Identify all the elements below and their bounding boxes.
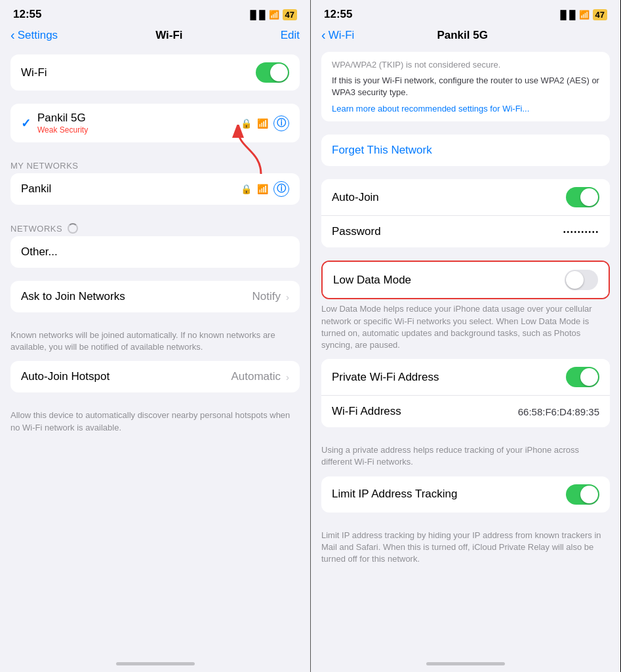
- networks-label-row: NETWORKS: [0, 218, 310, 236]
- low-data-mode-toggle-thumb: [566, 271, 584, 289]
- pankil-lock-icon: 🔒: [241, 184, 252, 194]
- networks-other-group: Other...: [10, 236, 300, 268]
- wifi-address-value: 66:58:F6:D4:89:35: [518, 406, 599, 417]
- auto-join-hotspot-group: Auto-Join Hotspot Automatic ›: [10, 361, 300, 392]
- pankil-row: Pankil 🔒 📶 ⓘ: [10, 173, 300, 205]
- low-data-mode-toggle[interactable]: [565, 270, 598, 290]
- learn-more-link[interactable]: Learn more about recommended settings fo…: [332, 104, 599, 114]
- auto-join-toggle[interactable]: [566, 187, 599, 207]
- warning-content: WPA/WPA2 (TKIP) is not considered secure…: [321, 52, 610, 121]
- left-content: Wi-Fi ✓ Pankil 5G Weak Security 🔒 📶: [0, 49, 310, 657]
- ask-join-right: Notify ›: [252, 290, 289, 303]
- networks-label: NETWORKS: [10, 224, 62, 234]
- pankil5g-lock-icon: 🔒: [241, 118, 252, 129]
- other-label: Other...: [21, 245, 58, 259]
- warning-body: If this is your Wi-Fi network, configure…: [332, 75, 599, 98]
- other-row: Other...: [10, 236, 300, 268]
- right-back-chevron: ‹: [321, 28, 326, 43]
- private-wifi-toggle-thumb: [580, 368, 598, 386]
- low-data-mode-desc: Low Data Mode helps reduce your iPhone d…: [311, 299, 620, 359]
- left-back-chevron: ‹: [10, 28, 15, 43]
- right-battery-badge: 47: [593, 9, 607, 20]
- left-panel: 12:55 ▐▌█ 📶 47 ‹ Settings Wi-Fi Edit Wi-…: [0, 0, 310, 672]
- left-back-button[interactable]: ‹ Settings: [10, 28, 58, 43]
- limit-ip-toggle-thumb: [580, 486, 598, 503]
- my-networks-label: MY NETWORKS: [0, 156, 310, 173]
- pankil-info-button[interactable]: ⓘ: [273, 181, 289, 197]
- low-data-mode-highlight: Low Data Mode: [321, 261, 610, 299]
- wifi-label: Wi-Fi: [21, 66, 47, 79]
- left-back-label: Settings: [18, 29, 58, 42]
- wifi-toggle-thumb: [270, 64, 288, 81]
- pankil-name: Pankil: [21, 182, 51, 196]
- right-status-icons: ▐▌█ 📶 47: [557, 9, 607, 20]
- wifi-toggle-group: Wi-Fi: [10, 54, 300, 91]
- right-panel: 12:55 ▐▌█ 📶 47 ‹ Wi-Fi Pankil 5G WPA/WPA…: [310, 0, 620, 672]
- ask-join-row[interactable]: Ask to Join Networks Notify ›: [10, 281, 300, 312]
- auto-join-hotspot-right: Automatic ›: [231, 370, 289, 383]
- battery-badge: 47: [283, 9, 297, 20]
- pankil-right: 🔒 📶 ⓘ: [241, 181, 289, 197]
- limit-ip-group: Limit IP Address Tracking: [321, 476, 610, 513]
- connected-network-group: ✓ Pankil 5G Weak Security 🔒 📶 ⓘ: [10, 104, 300, 142]
- wifi-address-group: Private Wi-Fi Address Wi-Fi Address 66:5…: [321, 359, 610, 427]
- low-data-mode-row: Low Data Mode: [323, 262, 609, 298]
- limit-ip-desc: Limit IP address tracking by hiding your…: [311, 526, 620, 574]
- right-home-indicator: [426, 662, 505, 665]
- limit-ip-toggle[interactable]: [566, 484, 599, 505]
- right-back-label: Wi-Fi: [329, 29, 355, 42]
- right-status-bar: 12:55 ▐▌█ 📶 47: [311, 0, 620, 24]
- pankil5g-name: Pankil 5G: [37, 112, 88, 125]
- right-wifi-status-icon: 📶: [579, 10, 590, 20]
- right-nav-title: Pankil 5G: [437, 29, 487, 42]
- ask-join-group: Ask to Join Networks Notify ›: [10, 281, 300, 312]
- signal-icon: ▐▌█: [247, 10, 266, 20]
- auto-join-hotspot-row[interactable]: Auto-Join Hotspot Automatic ›: [10, 361, 300, 392]
- ask-join-chevron: ›: [286, 291, 289, 303]
- limit-ip-row: Limit IP Address Tracking: [321, 476, 610, 513]
- wifi-status-icon: 📶: [269, 10, 279, 20]
- auto-join-hotspot-desc: Allow this device to automatically disco…: [0, 406, 310, 441]
- private-wifi-label: Private Wi-Fi Address: [332, 371, 439, 384]
- auto-join-hotspot-chevron: ›: [286, 371, 289, 383]
- ask-join-value: Notify: [252, 290, 281, 303]
- left-home-indicator: [116, 662, 195, 665]
- left-status-icons: ▐▌█ 📶 47: [247, 9, 297, 20]
- private-wifi-row: Private Wi-Fi Address: [321, 359, 610, 396]
- auto-join-hotspot-value: Automatic: [231, 370, 281, 383]
- left-status-bar: 12:55 ▐▌█ 📶 47: [0, 0, 310, 24]
- wifi-toggle[interactable]: [256, 62, 289, 83]
- pankil5g-sub: Weak Security: [37, 125, 88, 135]
- connected-checkmark: ✓: [21, 116, 31, 131]
- left-nav-title: Wi-Fi: [155, 29, 182, 42]
- limit-ip-label: Limit IP Address Tracking: [332, 488, 458, 501]
- auto-join-row: Auto-Join: [321, 179, 610, 216]
- pankil5g-row: ✓ Pankil 5G Weak Security 🔒 📶 ⓘ: [10, 104, 300, 142]
- private-wifi-toggle[interactable]: [566, 367, 599, 387]
- left-edit-button[interactable]: Edit: [281, 29, 300, 42]
- pankil-wifi-icon: 📶: [257, 184, 268, 194]
- right-nav-bar: ‹ Wi-Fi Pankil 5G: [311, 24, 620, 49]
- auto-join-toggle-thumb: [580, 188, 598, 206]
- wifi-address-row: Wi-Fi Address 66:58:F6:D4:89:35: [321, 396, 610, 427]
- warning-top: WPA/WPA2 (TKIP) is not considered secure…: [332, 60, 599, 70]
- my-networks-group: Pankil 🔒 📶 ⓘ: [10, 173, 300, 205]
- right-time: 12:55: [324, 8, 352, 21]
- low-data-mode-group: Low Data Mode: [323, 262, 609, 298]
- networks-spinner: [68, 223, 78, 234]
- password-label: Password: [332, 225, 381, 238]
- pankil5g-info: Pankil 5G Weak Security: [37, 112, 88, 135]
- forget-network-button[interactable]: Forget This Network: [321, 135, 610, 166]
- wifi-address-label: Wi-Fi Address: [332, 405, 401, 418]
- password-value: ••••••••••: [563, 228, 599, 236]
- low-data-mode-label: Low Data Mode: [333, 274, 411, 287]
- warning-group: WPA/WPA2 (TKIP) is not considered secure…: [321, 52, 610, 121]
- auto-join-hotspot-label: Auto-Join Hotspot: [21, 370, 110, 383]
- left-time: 12:55: [13, 8, 41, 21]
- right-back-button[interactable]: ‹ Wi-Fi: [321, 28, 354, 43]
- autojoin-password-group: Auto-Join Password ••••••••••: [321, 179, 610, 247]
- auto-join-label: Auto-Join: [332, 191, 379, 204]
- pankil5g-info-button[interactable]: ⓘ: [273, 116, 289, 131]
- pankil5g-right: 🔒 📶 ⓘ: [241, 116, 289, 131]
- left-nav-bar: ‹ Settings Wi-Fi Edit: [0, 24, 310, 49]
